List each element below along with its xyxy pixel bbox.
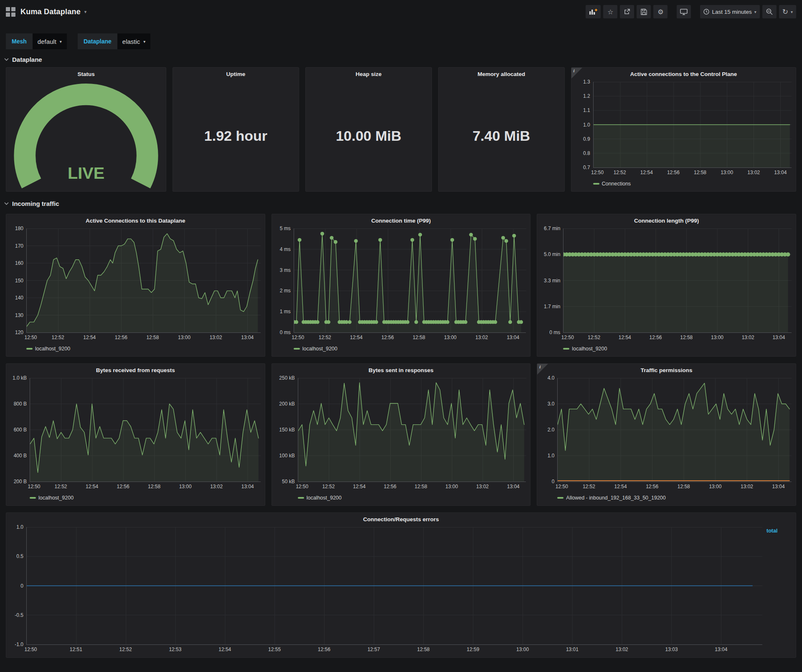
add-panel-icon [589, 8, 597, 15]
panel-connection-length: Connection length (P99) 6.7 min5.0 min3.… [537, 214, 796, 357]
panel-title[interactable]: Connection/Requests errors [6, 513, 796, 525]
chart-svg [27, 527, 762, 644]
panel-title[interactable]: Bytes sent in responses [272, 364, 530, 376]
plot-area[interactable] [298, 378, 526, 482]
legend-item[interactable]: total [766, 528, 791, 534]
x-axis-labels: 12:5012:5212:5412:5612:5813:0013:0213:04 [563, 335, 792, 343]
plot-area[interactable] [593, 82, 792, 168]
legend-series-color [563, 348, 569, 350]
settings-button[interactable]: ⚙ [653, 5, 667, 18]
legend: Connections [593, 179, 792, 189]
panel-bytes-received: Bytes received from requests 1.0 kB800 B… [6, 363, 265, 506]
panel-title[interactable]: Uptime [173, 68, 299, 80]
tv-mode-button[interactable] [677, 5, 691, 18]
y-axis-labels: 4.03.02.01.00 [540, 378, 557, 482]
panel-uptime: Uptime 1.92 hour [173, 67, 299, 192]
zoom-out-button[interactable] [762, 5, 777, 18]
uptime-value: 1.92 hour [204, 128, 267, 144]
panel-connection-errors: Connection/Requests errors 1.00.50-0.5-1… [6, 512, 796, 658]
legend-item[interactable]: localhost_9200 [563, 346, 607, 352]
section-header-dataplane[interactable]: Dataplane [0, 49, 802, 67]
chevron-down-icon: ▾ [754, 10, 756, 14]
panel-title[interactable]: Active connections to the Control Plane [571, 68, 796, 80]
variable-mesh[interactable]: Mesh default ▾ [6, 33, 67, 49]
info-icon[interactable]: i [571, 68, 582, 79]
grafana-dashboard-icon[interactable] [6, 7, 15, 17]
chevron-down-icon: ▾ [143, 39, 145, 44]
variable-value: default [38, 38, 56, 45]
time-picker-button[interactable]: Last 15 minutes ▾ [700, 5, 759, 18]
legend-series-color [26, 348, 33, 350]
variable-label: Dataplane [78, 33, 117, 49]
chart-svg [594, 82, 792, 167]
x-axis-labels: 12:5012:5212:5412:5612:5813:0013:0213:04 [298, 484, 526, 492]
panel-title[interactable]: Active Connections to this Dataplane [6, 214, 265, 227]
plot-area[interactable] [30, 378, 261, 482]
legend-item[interactable]: localhost_9200 [26, 346, 70, 352]
panel-title[interactable]: Connection time (P99) [272, 214, 530, 227]
refresh-icon: ↻ [782, 8, 788, 16]
chevron-down-icon: ▾ [791, 10, 793, 14]
legend: localhost_9200 [30, 493, 261, 503]
chart-connection-time[interactable]: 5 ms4 ms3 ms2 ms1 ms0 ms12:5012:5212:541… [272, 227, 530, 356]
save-button[interactable] [637, 5, 651, 18]
chart-active-connections[interactable]: 18017016015014013012012:5012:5212:5412:5… [6, 227, 265, 356]
dashboard-title[interactable]: Kuma Dataplane ▾ [20, 8, 86, 16]
panel-title[interactable]: Memory allocated [439, 68, 564, 80]
chevron-down-icon: ▾ [84, 9, 87, 15]
chart-svg [563, 228, 792, 332]
plot-area[interactable] [563, 228, 792, 333]
memory-allocated-value: 7.40 MiB [472, 128, 530, 144]
x-axis-labels: 12:5012:5212:5412:5612:5813:0013:0213:04 [593, 170, 792, 178]
chart-svg [30, 378, 261, 482]
chart-bytes-sent[interactable]: 250 kB200 kB150 kB100 kB50 kB12:5012:521… [272, 376, 530, 505]
heap-size-value: 10.00 MiB [336, 128, 401, 144]
plot-area[interactable] [26, 228, 261, 333]
legend-item[interactable]: localhost_9200 [30, 495, 74, 501]
section-header-incoming-traffic[interactable]: Incoming traffic [0, 192, 802, 211]
legend-item[interactable]: localhost_9200 [294, 346, 338, 352]
chart-control-plane-connections[interactable]: 1.31.21.11.00.90.80.712:5012:5212:5412:5… [571, 80, 796, 191]
chevron-down-icon [4, 58, 9, 61]
info-icon[interactable]: i [537, 364, 548, 375]
y-axis-labels: 250 kB200 kB150 kB100 kB50 kB [274, 378, 298, 482]
share-button[interactable] [620, 5, 634, 18]
add-panel-button[interactable] [586, 5, 601, 18]
y-axis-labels: 1.00.50-0.5-1.0 [9, 527, 26, 645]
legend-right: total [762, 527, 792, 645]
star-button[interactable]: ☆ [603, 5, 617, 18]
panel-title[interactable]: Connection length (P99) [537, 214, 796, 227]
x-axis-labels: 12:5012:5212:5412:5612:5813:0013:0213:04 [294, 335, 526, 343]
plot-area[interactable] [557, 378, 792, 482]
chart-connection-errors[interactable]: 1.00.50-0.5-1.0total12:5012:5112:5212:53… [6, 525, 796, 657]
chart-svg [27, 228, 261, 332]
template-variables-row: Mesh default ▾ Dataplane elastic ▾ [0, 23, 802, 49]
refresh-button[interactable]: ↻ ▾ [779, 5, 796, 18]
gauge-svg: LIVE [6, 80, 166, 191]
panel-memory-allocated: Memory allocated 7.40 MiB [438, 67, 565, 192]
y-axis-labels: 180170160150140130120 [9, 228, 26, 333]
panel-title[interactable]: Bytes received from requests [6, 364, 265, 376]
panel-heap-size: Heap size 10.00 MiB [305, 67, 432, 192]
chart-connection-length[interactable]: 6.7 min5.0 min3.3 min1.7 min0 ms12:5012:… [537, 227, 796, 356]
legend-item[interactable]: Connections [593, 181, 631, 187]
navbar: Kuma Dataplane ▾ ☆ ⚙ [0, 0, 802, 23]
plot-area[interactable] [26, 527, 762, 645]
panel-title[interactable]: Heap size [306, 68, 431, 80]
legend-series-color [294, 348, 300, 350]
chart-traffic-permissions[interactable]: 4.03.02.01.0012:5012:5212:5412:5612:5813… [537, 376, 796, 505]
legend: localhost_9200 [298, 493, 526, 503]
plot-area[interactable] [294, 228, 526, 333]
monitor-icon [680, 9, 688, 15]
panel-title[interactable]: Traffic permissions [537, 364, 796, 376]
chart-bytes-received[interactable]: 1.0 kB800 B600 B400 B200 B12:5012:5212:5… [6, 376, 265, 505]
legend-item[interactable]: localhost_9200 [298, 495, 342, 501]
panel-status: Status LIVE [6, 67, 166, 192]
x-axis-labels: 12:5012:5212:5412:5612:5813:0013:0213:04 [30, 484, 261, 492]
legend-item[interactable]: Allowed - inbound_192_168_33_50_19200 [557, 495, 665, 501]
variable-dataplane[interactable]: Dataplane elastic ▾ [78, 33, 150, 49]
clock-icon [703, 9, 709, 15]
legend-series-color [593, 183, 599, 185]
panel-title[interactable]: Status [6, 68, 166, 80]
save-icon [641, 9, 647, 15]
